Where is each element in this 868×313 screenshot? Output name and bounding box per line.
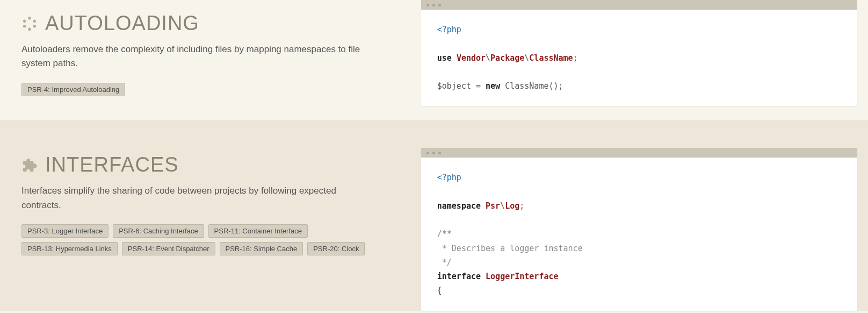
interfaces-description: Interfaces simplify the sharing of code …	[21, 184, 365, 212]
tag-psr-13[interactable]: PSR-13: Hypermedia Links	[21, 242, 118, 255]
svg-point-3	[28, 27, 31, 31]
php-open-tag: <?php	[437, 173, 461, 182]
kw-namespace: namespace	[437, 201, 481, 211]
interfaces-section: INTERFACES Interfaces simplify the shari…	[0, 120, 868, 310]
code-window-titlebar	[421, 148, 857, 158]
interfaces-text-column: INTERFACES Interfaces simplify the shari…	[0, 120, 421, 310]
svg-point-1	[33, 19, 37, 23]
autoloading-code-column: <?php use Vendor\Package\ClassName; $obj…	[421, 0, 868, 120]
tag-psr-4[interactable]: PSR-4: Improved Autoloading	[21, 83, 125, 96]
svg-point-0	[28, 16, 31, 19]
var-object: $object	[437, 81, 471, 91]
ns-vendor: Vendor	[457, 53, 486, 63]
call-classname: ClassName();	[500, 81, 563, 91]
tag-psr-20[interactable]: PSR-20: Clock	[307, 242, 365, 255]
open-brace: {	[437, 286, 442, 295]
code-window-titlebar	[421, 0, 857, 10]
window-dot-icon	[438, 4, 441, 6]
php-open-tag: <?php	[437, 25, 461, 34]
comment-line: */	[437, 258, 452, 267]
comment-line: * Describes a logger instance	[437, 244, 583, 253]
puzzle-icon	[21, 157, 38, 173]
window-dot-icon	[426, 4, 429, 6]
interfaces-code-window: <?php namespace Psr\Log; /** * Describes…	[421, 148, 857, 310]
comment-line: /**	[437, 229, 452, 239]
interfaces-code-block: <?php namespace Psr\Log; /** * Describes…	[421, 158, 857, 310]
interfaces-heading: INTERFACES	[21, 132, 389, 176]
kw-interface: interface	[437, 272, 481, 281]
kw-use: use	[437, 53, 452, 63]
tag-psr-11[interactable]: PSR-11: Container Interface	[208, 224, 308, 238]
kw-new: new	[486, 81, 500, 91]
autoloading-code-block: <?php use Vendor\Package\ClassName; $obj…	[421, 10, 857, 106]
ns-classname: ClassName	[529, 53, 573, 63]
interface-name: LoggerInterface	[486, 272, 558, 281]
window-dot-icon	[432, 152, 435, 154]
window-dot-icon	[426, 152, 429, 154]
window-dot-icon	[438, 152, 441, 154]
interfaces-title-text: INTERFACES	[45, 153, 179, 176]
autoloading-code-window: <?php use Vendor\Package\ClassName; $obj…	[421, 0, 857, 106]
tag-psr-3[interactable]: PSR-3: Logger Interface	[21, 224, 108, 238]
autoloading-description: Autoloaders remove the complexity of inc…	[21, 42, 365, 71]
tag-psr-6[interactable]: PSR-6: Caching Interface	[113, 224, 204, 238]
tag-psr-14[interactable]: PSR-14: Event Dispatcher	[122, 242, 215, 255]
svg-point-5	[23, 19, 26, 23]
window-dot-icon	[432, 4, 435, 6]
ns-log: Log	[505, 201, 519, 211]
ns-psr: Psr	[486, 201, 500, 211]
autoloading-section: AUTOLOADING Autoloaders remove the compl…	[0, 0, 868, 120]
interfaces-tag-list: PSR-3: Logger Interface PSR-6: Caching I…	[21, 224, 389, 255]
svg-point-2	[33, 24, 37, 27]
tag-psr-16[interactable]: PSR-16: Simple Cache	[220, 242, 303, 255]
autoload-icon	[21, 16, 38, 32]
interfaces-code-column: <?php namespace Psr\Log; /** * Describes…	[421, 120, 868, 310]
autoloading-heading: AUTOLOADING	[21, 12, 389, 35]
next-section-sliver	[0, 311, 868, 314]
ns-package: Package	[490, 53, 524, 63]
autoloading-title-text: AUTOLOADING	[45, 12, 199, 35]
autoloading-tag-list: PSR-4: Improved Autoloading	[21, 83, 389, 96]
svg-point-4	[23, 24, 26, 27]
autoloading-text-column: AUTOLOADING Autoloaders remove the compl…	[0, 0, 421, 120]
